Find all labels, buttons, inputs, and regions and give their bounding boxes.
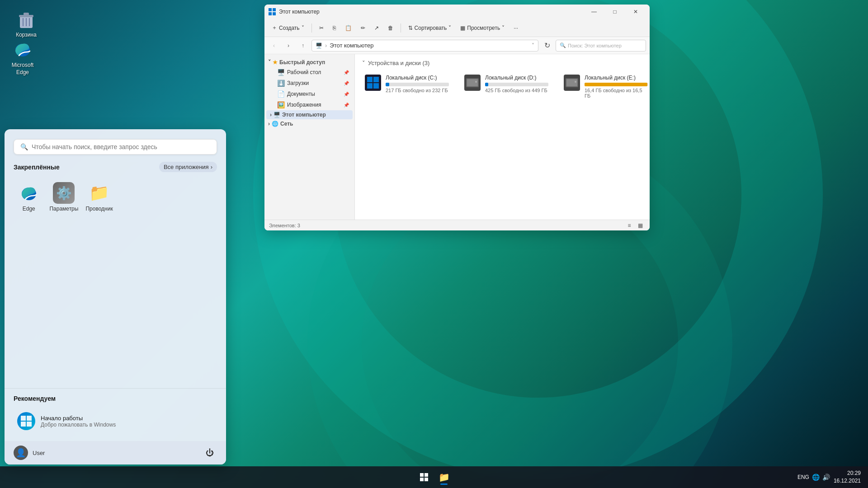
rename-button[interactable]: ✏ (357, 21, 369, 35)
taskbar-sys-icons: ENG 🌐 🔊 (797, 474, 830, 481)
recommend-item-title: Начало работы (41, 415, 116, 422)
sidebar-item-documents[interactable]: 📄 Документы 📌 (266, 89, 353, 99)
disk-c-size: 217 ГБ свободно из 232 ГБ (386, 88, 450, 93)
desktop: Корзина MicrosoftEdge (0, 0, 868, 488)
svg-rect-24 (566, 79, 577, 86)
disk-c[interactable]: Локальный диск (C:) 217 ГБ свободно из 2… (362, 72, 453, 101)
explorer-main-content: ˅ Устройства и диски (3) (355, 54, 650, 220)
up-button[interactable]: ↑ (297, 40, 309, 52)
sort-button[interactable]: ⇅ Сортировать ˅ (405, 21, 455, 35)
more-button[interactable]: ··· (510, 21, 522, 35)
share-button[interactable]: ↗ (371, 21, 382, 35)
back-button[interactable]: ‹ (268, 40, 280, 52)
start-footer-user[interactable]: 👤 User (14, 446, 45, 460)
pinned-app-settings[interactable]: ⚙️ Параметры (47, 178, 80, 216)
user-avatar: 👤 (14, 446, 28, 460)
disk-c-name: Локальный диск (C:) (386, 75, 450, 81)
minimize-button[interactable]: — (584, 5, 604, 19)
disk-d[interactable]: Локальный диск (D:) 425 ГБ свободно из 4… (462, 72, 552, 101)
start-search-input[interactable] (32, 143, 210, 150)
recommend-item-get-started[interactable]: Начало работы Добро пожаловать в Windows (14, 408, 217, 434)
address-expand-icon: ˅ (532, 42, 534, 49)
cut-button[interactable]: ✂ (316, 21, 327, 35)
toolbar-separator-1 (311, 23, 312, 33)
disk-d-size: 425 ГБ свободно из 449 ГБ (485, 88, 549, 93)
clock-date: 16.12.2021 (834, 477, 861, 485)
desktop-icon-recycle-bin[interactable]: Корзина (8, 8, 44, 39)
home-icon: 🖥️ (316, 42, 322, 49)
recycle-bin-label: Корзина (16, 32, 37, 39)
disk-e-bar-bg (585, 83, 648, 86)
svg-rect-12 (269, 8, 272, 11)
refresh-button[interactable]: ↻ (541, 40, 553, 52)
sidebar-item-pictures[interactable]: 🖼️ Изображения 📌 (266, 99, 353, 110)
network-header[interactable]: › 🌐 Сеть (264, 119, 354, 128)
chevron-right-icon-computer: › (270, 112, 272, 118)
forward-button[interactable]: › (283, 40, 294, 52)
address-bar[interactable]: 🖥️ › Этот компьютер ˅ (311, 40, 538, 52)
taskbar-explorer-button[interactable]: 📁 (435, 468, 453, 486)
chevron-down-icon: ˅ (268, 59, 271, 66)
svg-rect-17 (373, 77, 379, 82)
explorer-sidebar: ˅ ★ Быстрый доступ 🖥️ Рабочий стол 📌 ⬇️ … (264, 54, 355, 220)
pinned-app-explorer[interactable]: 📁 Проводник (84, 178, 114, 216)
explorer-window-icon (268, 8, 276, 16)
delete-button[interactable]: 🗑 (384, 21, 397, 35)
svg-rect-15 (273, 12, 276, 15)
taskbar-right: ENG 🌐 🔊 20:29 16.12.2021 (797, 469, 861, 485)
user-name: User (33, 450, 45, 456)
start-button[interactable] (415, 468, 433, 486)
close-button[interactable]: ✕ (625, 5, 646, 19)
edge-app-label: Edge (23, 206, 35, 212)
pinned-section: Закреплённые Все приложения › (5, 162, 226, 388)
disk-d-name: Локальный диск (D:) (485, 75, 549, 81)
power-icon: ⏻ (206, 448, 214, 458)
desktop-icon-sidebar: 🖥️ (277, 69, 284, 76)
search-box-icon: 🔍 (560, 42, 566, 48)
start-search-box[interactable]: 🔍 (14, 139, 217, 155)
status-text: Элементов: 3 (269, 223, 300, 228)
disk-d-bar-bg (485, 83, 548, 86)
window-controls: — □ ✕ (584, 5, 646, 19)
explorer-app-label: Проводник (85, 206, 113, 212)
sidebar-item-desktop[interactable]: 🖥️ Рабочий стол 📌 (266, 67, 353, 78)
network-taskbar-icon: 🌐 (812, 474, 820, 481)
taskbar-time[interactable]: 20:29 16.12.2021 (834, 469, 861, 485)
pinned-header: Закреплённые Все приложения › (14, 162, 217, 172)
language-indicator: ENG (797, 474, 809, 480)
svg-rect-26 (420, 473, 424, 477)
sort-icon: ⇅ (408, 25, 413, 31)
copy-button[interactable]: ⎘ (329, 21, 340, 35)
grid-view-button[interactable]: ▦ (635, 221, 645, 230)
svg-rect-16 (367, 77, 373, 82)
power-button[interactable]: ⏻ (203, 446, 217, 460)
list-view-button[interactable]: ≡ (624, 221, 634, 230)
maximize-button[interactable]: □ (604, 5, 625, 19)
recommend-title: Рекомендуем (14, 395, 56, 402)
explorer-window: Этот компьютер — □ ✕ ＋ Создать ˅ ✂ ⎘ 📋 ✏… (264, 5, 650, 230)
edge-icon (12, 38, 33, 60)
collapse-icon: ˅ (362, 60, 365, 66)
svg-rect-27 (425, 473, 428, 477)
view-buttons: ≡ ▦ (624, 221, 645, 230)
quick-access-header[interactable]: ˅ ★ Быстрый доступ (264, 58, 354, 67)
settings-app-label: Параметры (49, 206, 78, 212)
disk-d-bar-fill (485, 83, 488, 86)
disk-c-bar-fill (386, 83, 389, 86)
disk-e[interactable]: Локальный диск (E:) 16,4 ГБ свободно из … (561, 72, 650, 101)
svg-rect-10 (21, 422, 26, 427)
search-box[interactable]: 🔍 Поиск: Этот компьютер (556, 40, 646, 52)
this-computer-header[interactable]: › 🖥️ Этот компьютер (266, 110, 353, 119)
view-button[interactable]: ▦ Просмотреть ˅ (457, 21, 508, 35)
sidebar-item-downloads[interactable]: ⬇️ Загрузки 📌 (266, 78, 353, 89)
svg-rect-8 (21, 416, 26, 421)
disk-grid: Локальный диск (C:) 217 ГБ свободно из 2… (362, 72, 642, 101)
pinned-app-edge[interactable]: Edge (14, 178, 44, 216)
desktop-icon-edge[interactable]: MicrosoftEdge (5, 38, 41, 76)
paste-button[interactable]: 📋 (341, 21, 355, 35)
computer-icon-sidebar: 🖥️ (274, 112, 280, 118)
create-chevron-icon: ˅ (302, 25, 304, 31)
create-button[interactable]: ＋ Создать ˅ (268, 21, 308, 35)
devices-section-header: ˅ Устройства и диски (3) (362, 60, 642, 66)
all-apps-button[interactable]: Все приложения › (159, 162, 217, 172)
